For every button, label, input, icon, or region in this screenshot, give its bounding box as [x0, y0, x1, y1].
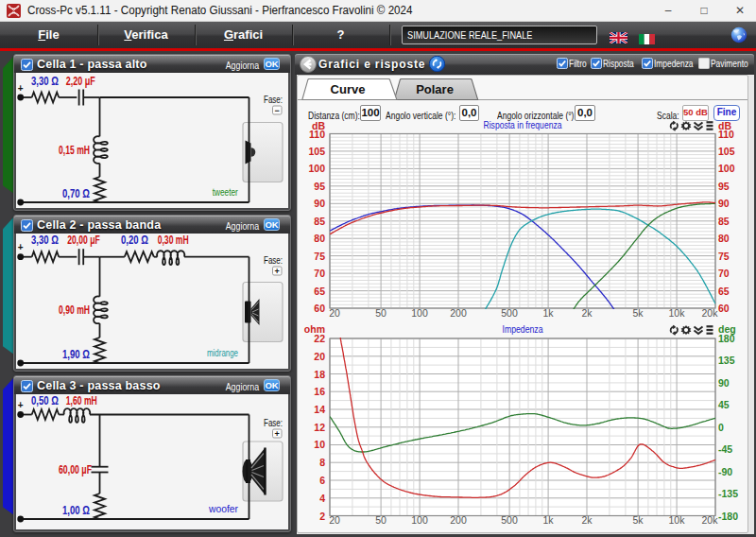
svg-text:95: 95	[718, 181, 730, 192]
svg-text:85: 85	[314, 216, 325, 227]
svg-text:8: 8	[319, 457, 325, 468]
svg-text:45: 45	[718, 399, 730, 410]
svg-text:65: 65	[718, 286, 730, 297]
svg-text:20: 20	[329, 514, 340, 526]
svg-text:16: 16	[314, 386, 325, 397]
svg-text:20k: 20k	[702, 514, 719, 526]
svg-text:60: 60	[314, 303, 325, 314]
svg-text:20k: 20k	[702, 307, 719, 319]
svg-text:22: 22	[314, 333, 325, 344]
svg-text:90: 90	[718, 377, 730, 389]
svg-text:10k: 10k	[669, 514, 686, 526]
svg-text:85: 85	[718, 216, 730, 227]
svg-text:10k: 10k	[669, 307, 686, 319]
svg-text:500: 500	[501, 307, 518, 319]
svg-text:70: 70	[314, 268, 325, 279]
svg-text:4: 4	[319, 493, 325, 504]
svg-text:20: 20	[329, 307, 340, 319]
svg-text:75: 75	[718, 251, 730, 262]
svg-text:-180: -180	[718, 511, 738, 522]
svg-text:50: 50	[375, 514, 387, 526]
svg-text:5k: 5k	[632, 514, 644, 526]
svg-text:110: 110	[718, 129, 734, 140]
svg-text:75: 75	[314, 251, 325, 262]
svg-text:90: 90	[718, 198, 730, 209]
svg-text:20: 20	[314, 351, 325, 362]
svg-text:90: 90	[314, 198, 325, 209]
svg-text:200: 200	[450, 307, 467, 319]
svg-text:2: 2	[319, 511, 325, 522]
svg-text:100: 100	[411, 307, 428, 319]
svg-text:100: 100	[308, 163, 325, 174]
svg-text:60: 60	[718, 303, 730, 314]
svg-text:1k: 1k	[542, 514, 554, 526]
svg-text:100: 100	[411, 514, 428, 526]
svg-text:6: 6	[319, 475, 325, 486]
svg-text:135: 135	[718, 355, 735, 366]
svg-text:18: 18	[314, 369, 325, 380]
svg-text:105: 105	[308, 146, 325, 157]
svg-text:95: 95	[314, 181, 325, 192]
svg-text:14: 14	[314, 404, 325, 415]
svg-text:2k: 2k	[581, 514, 593, 526]
svg-text:200: 200	[450, 514, 467, 526]
svg-text:65: 65	[314, 286, 325, 297]
svg-text:0: 0	[718, 422, 724, 433]
svg-text:Risposta in frequenza: Risposta in frequenza	[484, 119, 562, 130]
svg-text:105: 105	[718, 146, 735, 157]
svg-text:-135: -135	[718, 488, 738, 499]
svg-text:500: 500	[501, 514, 518, 526]
svg-text:100: 100	[718, 163, 735, 174]
svg-text:50: 50	[375, 307, 387, 319]
svg-text:12: 12	[314, 422, 325, 433]
svg-text:-90: -90	[718, 466, 732, 477]
svg-text:10: 10	[314, 439, 325, 450]
svg-text:80: 80	[718, 233, 730, 244]
svg-text:180: 180	[718, 333, 735, 344]
svg-text:5k: 5k	[632, 307, 644, 319]
svg-text:2k: 2k	[581, 307, 593, 319]
svg-text:-45: -45	[718, 443, 732, 455]
svg-text:80: 80	[314, 233, 325, 244]
svg-text:Impedenza: Impedenza	[503, 323, 543, 335]
svg-text:110: 110	[309, 129, 325, 140]
svg-text:1k: 1k	[542, 307, 554, 319]
svg-text:70: 70	[718, 268, 730, 279]
